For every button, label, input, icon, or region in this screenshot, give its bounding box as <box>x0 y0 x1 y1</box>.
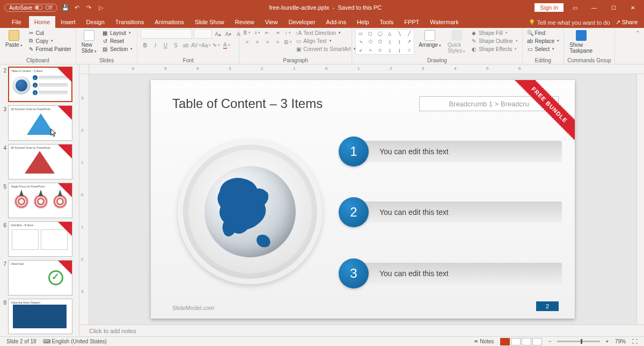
tab-watermark[interactable]: Watermark <box>425 16 464 28</box>
numbering-button[interactable]: ≡ <box>253 29 261 37</box>
align-center-button[interactable]: ≡ <box>253 38 261 46</box>
italic-button[interactable]: I <box>151 41 159 49</box>
toc-text-2[interactable]: You can edit this text <box>358 201 562 223</box>
toc-text-1[interactable]: You can edit this text <box>358 141 562 162</box>
shape-outline-button[interactable]: ✎Shape Outline <box>470 37 518 45</box>
shadow-button[interactable]: ab <box>181 41 190 49</box>
ruler-horizontal[interactable]: 6543210123456 <box>79 64 644 74</box>
increase-indent-button[interactable]: ⇥ <box>273 29 282 37</box>
save-icon[interactable]: 💾 <box>62 4 69 11</box>
underline-button[interactable]: U <box>161 41 170 49</box>
slide-thumbnails-panel[interactable]: 2 Table of Content – 3 Items 123 3 2D Py… <box>0 64 79 336</box>
language-status[interactable]: ⌨ English (United States) <box>40 338 110 344</box>
reading-view-button[interactable] <box>522 338 531 345</box>
arrange-button[interactable]: Arrange <box>416 29 443 49</box>
tab-review[interactable]: Review <box>230 16 260 28</box>
tab-help[interactable]: Help <box>352 16 375 28</box>
thumbnail-2[interactable]: Table of Content – 3 Items 123 <box>8 67 72 102</box>
tab-home[interactable]: Home <box>29 16 55 28</box>
font-color-button[interactable]: A <box>222 41 231 49</box>
justify-button[interactable]: ≡ <box>273 38 282 46</box>
reset-button[interactable]: ↺Reset <box>101 37 134 45</box>
zoom-level[interactable]: 79% <box>612 338 629 344</box>
new-slide-button[interactable]: New Slide <box>79 29 99 55</box>
notes-pane[interactable]: Click to add notes <box>79 325 644 336</box>
tab-file[interactable]: File <box>4 16 29 28</box>
slide-position[interactable]: Slide 2 of 18 <box>3 338 40 344</box>
signin-button[interactable]: Sign in <box>535 3 564 12</box>
shapes-gallery[interactable]: ▭▢◯△╲╱ ↘⬡⬠{}↗ ↙⤷◇{}☆ <box>355 29 414 55</box>
cut-button[interactable]: ✂Cut <box>27 29 72 37</box>
convert-smartart-button[interactable]: ▣Convert to SmartArt <box>294 45 356 53</box>
paste-button[interactable]: Paste <box>3 29 25 49</box>
slide[interactable]: Table of Content – 3 Items Breadcrumb 1 … <box>151 80 575 319</box>
clear-formatting-button[interactable]: A̶ <box>234 30 243 38</box>
select-button[interactable]: ▭Select <box>526 45 561 53</box>
format-painter-button[interactable]: ✎Format Painter <box>27 45 72 53</box>
ribbon-display-icon[interactable]: ▭ <box>567 2 583 13</box>
slideshow-view-button[interactable] <box>532 338 542 345</box>
shrink-font-button[interactable]: A▾ <box>224 30 232 38</box>
thumbnail-6[interactable]: Checklist – 8 Items <box>8 221 72 257</box>
font-size-select[interactable] <box>194 29 212 39</box>
thumbnail-3[interactable]: 2D Pyramid Chart for PowerPoint <box>8 105 72 141</box>
shape-effects-button[interactable]: ◐Shape Effects <box>470 45 518 53</box>
notes-toggle[interactable]: ≐ Notes <box>471 338 497 344</box>
close-button[interactable]: ✕ <box>625 2 641 13</box>
tell-me-search[interactable]: Tell me what you want to do <box>529 19 610 26</box>
minimize-button[interactable]: — <box>586 2 602 13</box>
tab-insert[interactable]: Insert <box>55 16 81 28</box>
redo-icon[interactable]: ↷ <box>85 4 93 11</box>
tab-animations[interactable]: Animations <box>149 16 189 28</box>
tab-developer[interactable]: Developer <box>283 16 320 28</box>
bold-button[interactable]: B <box>141 41 149 49</box>
section-button[interactable]: ▤Section <box>101 45 134 53</box>
tab-transitions[interactable]: Transitions <box>110 16 149 28</box>
zoom-out-button[interactable]: − <box>545 338 555 344</box>
sorter-view-button[interactable] <box>511 338 521 345</box>
line-spacing-button[interactable]: ↕ <box>283 29 292 37</box>
font-family-select[interactable] <box>141 29 192 39</box>
toc-item-1[interactable]: 1 You can edit this text <box>339 136 562 167</box>
normal-view-button[interactable] <box>500 338 510 345</box>
globe-graphic[interactable] <box>178 139 323 284</box>
toc-text-3[interactable]: You can edit this text <box>358 263 562 284</box>
collapse-ribbon-icon[interactable]: ⌃ <box>635 30 640 36</box>
fit-to-window-button[interactable]: ⛶ <box>629 338 641 344</box>
undo-icon[interactable]: ↶ <box>74 4 81 11</box>
text-direction-button[interactable]: ↕AText Direction <box>294 29 356 37</box>
maximize-button[interactable]: ☐ <box>605 2 621 13</box>
share-button[interactable]: ↗ Share <box>616 19 638 26</box>
highlight-button[interactable]: ✎ <box>212 41 221 49</box>
tab-view[interactable]: View <box>260 16 283 28</box>
zoom-in-button[interactable]: + <box>602 338 612 344</box>
slide-canvas[interactable]: Table of Content – 3 Items Breadcrumb 1 … <box>89 74 636 325</box>
autosave-toggle[interactable]: AutoSave Off <box>4 4 57 12</box>
quick-styles-button[interactable]: Quick Styles <box>445 29 467 55</box>
show-taskpane-button[interactable]: Show Taskpane <box>567 29 595 55</box>
tab-fppt[interactable]: FPPT <box>399 16 425 28</box>
align-right-button[interactable]: ≡ <box>263 38 272 46</box>
layout-button[interactable]: ▦Layout <box>101 29 134 37</box>
align-left-button[interactable]: ≡ <box>243 38 251 46</box>
slide-title[interactable]: Table of Content – 3 Items <box>172 96 323 111</box>
tab-slideshow[interactable]: Slide Show <box>189 16 230 28</box>
decrease-indent-button[interactable]: ⇤ <box>263 29 272 37</box>
change-case-button[interactable]: Aa <box>202 41 210 49</box>
toc-item-2[interactable]: 2 You can edit this text <box>339 197 562 227</box>
thumbnail-7[interactable]: Check Item <box>8 260 72 295</box>
zoom-slider[interactable] <box>557 341 600 342</box>
columns-button[interactable]: ▥ <box>283 38 292 46</box>
slideshow-start-icon[interactable]: ▷ <box>97 4 105 11</box>
qat-customize-icon[interactable] <box>109 4 116 11</box>
tab-design[interactable]: Design <box>81 16 110 28</box>
ruler-vertical[interactable]: 3210123 <box>79 74 89 325</box>
thumbnail-8[interactable]: Opposing Ideas Diagram <box>8 299 72 334</box>
shape-fill-button[interactable]: ◆Shape Fill <box>470 29 518 37</box>
char-spacing-button[interactable]: AV <box>192 41 200 49</box>
tab-addins[interactable]: Add-ins <box>321 16 352 28</box>
grow-font-button[interactable]: A▴ <box>214 30 222 38</box>
align-text-button[interactable]: ▭Align Text <box>294 37 356 45</box>
thumbnail-5[interactable]: Target Focus for PowerPoint <box>8 183 72 218</box>
bullets-button[interactable]: ≣ <box>243 29 251 37</box>
